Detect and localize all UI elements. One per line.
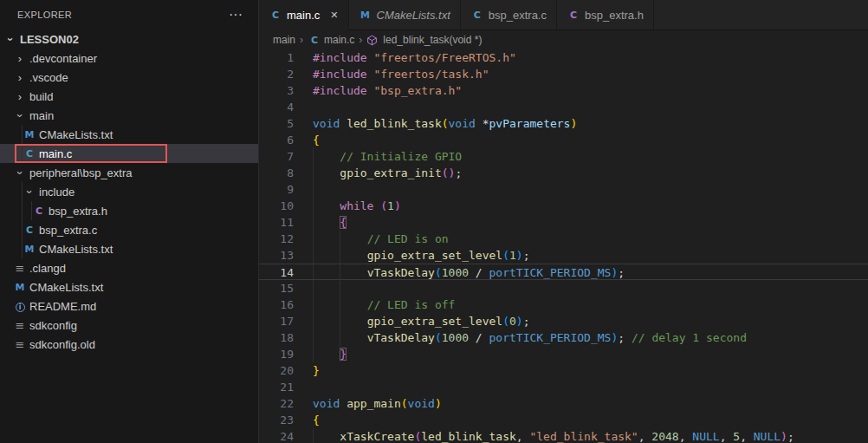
tree-item-label: LESSON02	[20, 33, 79, 46]
line-number[interactable]: 16	[259, 296, 294, 313]
code-line-9[interactable]: 9	[259, 181, 868, 198]
code-line-22[interactable]: 22void app_main(void)	[259, 395, 868, 412]
line-number[interactable]: 10	[259, 198, 294, 214]
line-number[interactable]: 7	[259, 148, 294, 165]
tree-item-bsp-extra-c[interactable]: Cbsp_extra.c	[0, 220, 258, 239]
breadcrumb-item-main-c[interactable]: Cmain.c	[308, 34, 354, 46]
code-editor[interactable]: 1#include "freertos/FreeRTOS.h"2#include…	[259, 49, 868, 443]
code-line-7[interactable]: 7 // Initialize GPIO	[259, 148, 868, 165]
tree-item-cmakelists-txt[interactable]: MCMakeLists.txt	[0, 277, 258, 296]
tree-item-build[interactable]: ›build	[0, 87, 258, 106]
line-number[interactable]: 23	[259, 412, 294, 428]
breadcrumb-item-led-blink-task-void[interactable]: led_blink_task(void *)	[366, 34, 482, 46]
editor-group: Cmain.c✕MCMakeLists.txtCbsp_extra.cCbsp_…	[259, 0, 868, 443]
code-token	[313, 348, 340, 361]
line-content	[313, 181, 868, 198]
line-number[interactable]: 4	[259, 99, 294, 115]
line-number[interactable]: 8	[259, 165, 294, 181]
line-number[interactable]: 9	[259, 181, 294, 198]
code-line-6[interactable]: 6{	[259, 132, 868, 148]
code-line-16[interactable]: 16 // LED is off	[259, 296, 868, 313]
tree-item-cmakelists-txt[interactable]: MCMakeLists.txt	[0, 239, 258, 258]
line-number[interactable]: 18	[259, 329, 294, 346]
tree-item-include[interactable]: ›include	[0, 182, 258, 201]
code-line-10[interactable]: 10 while (1)	[259, 198, 868, 214]
code-line-15[interactable]: 15	[259, 280, 868, 296]
line-number[interactable]: 15	[259, 280, 294, 296]
tab-bsp-extra-c[interactable]: Cbsp_extra.c	[461, 0, 557, 29]
tree-item-main[interactable]: ›main	[0, 106, 258, 125]
code-line-14[interactable]: 14 vTaskDelay(1000 / portTICK_PERIOD_MS)…	[259, 264, 868, 280]
code-line-17[interactable]: 17 gpio_extra_set_level(0);	[259, 313, 868, 329]
code-line-4[interactable]: 4	[259, 99, 868, 115]
line-number[interactable]: 6	[259, 132, 294, 148]
code-token: led_blink_task	[347, 117, 442, 130]
tree-item-vscode[interactable]: ›.vscode	[0, 68, 258, 87]
tab-cmakelists-txt[interactable]: MCMakeLists.txt	[349, 0, 461, 29]
line-number[interactable]: 2	[259, 66, 294, 82]
code-token: ,	[740, 430, 754, 443]
code-line-13[interactable]: 13 gpio_extra_set_level(1);	[259, 247, 868, 264]
close-icon[interactable]: ✕	[330, 10, 338, 21]
line-content: {	[313, 214, 868, 231]
code-line-18[interactable]: 18 vTaskDelay(1000 / portTICK_PERIOD_MS)…	[259, 329, 868, 346]
code-line-21[interactable]: 21	[259, 379, 868, 395]
code-token: )	[781, 430, 787, 443]
code-line-11[interactable]: 11 {	[259, 214, 868, 231]
code-line-1[interactable]: 1#include "freertos/FreeRTOS.h"	[259, 49, 868, 66]
code-token	[313, 150, 340, 163]
line-number[interactable]: 5	[259, 115, 294, 132]
line-number[interactable]: 17	[259, 313, 294, 329]
line-content	[313, 99, 868, 115]
line-number[interactable]: 22	[259, 395, 294, 412]
line-content: }	[313, 346, 868, 362]
code-token: NULL	[754, 430, 781, 443]
tree-item-clangd[interactable]: ≡.clangd	[0, 258, 258, 277]
code-token	[340, 117, 347, 130]
tree-item-sdkconfig[interactable]: ≡sdkconfig	[0, 316, 258, 335]
code-line-19[interactable]: 19 }	[259, 346, 868, 362]
line-number[interactable]: 24	[259, 428, 294, 443]
tree-item-lesson02[interactable]: ›LESSON02	[0, 29, 258, 49]
code-token: #include	[313, 84, 367, 97]
line-number[interactable]: 11	[259, 214, 294, 231]
line-number[interactable]: 20	[259, 362, 294, 379]
line-number[interactable]: 14	[259, 264, 294, 279]
tree-item-main-c[interactable]: Cmain.c	[0, 144, 258, 163]
code-line-3[interactable]: 3#include "bsp_extra.h"	[259, 82, 868, 99]
tree-item-peripheral-bsp-extra[interactable]: ›peripheral\bsp_extra	[0, 163, 258, 182]
tree-item-readme-md[interactable]: iREADME.md	[0, 296, 258, 316]
code-line-23[interactable]: 23{	[259, 412, 868, 428]
code-line-2[interactable]: 2#include "freertos/task.h"	[259, 66, 868, 82]
line-number[interactable]: 19	[259, 346, 294, 362]
code-line-24[interactable]: 24 xTaskCreate(led_blink_task, "led_blin…	[259, 428, 868, 443]
line-number[interactable]: 12	[259, 231, 294, 247]
breadcrumb-label: main	[273, 34, 295, 46]
code-line-20[interactable]: 20}	[259, 362, 868, 379]
line-number[interactable]: 13	[259, 247, 294, 264]
tab-bsp-extra-h[interactable]: Cbsp_extra.h	[557, 0, 654, 29]
line-number[interactable]: 1	[259, 49, 294, 66]
code-token	[313, 232, 367, 245]
code-token: 1	[509, 249, 516, 262]
code-line-12[interactable]: 12 // LED is on	[259, 231, 868, 247]
code-line-5[interactable]: 5void led_blink_task(void *pvParameters)	[259, 115, 868, 132]
code-token: (	[401, 397, 408, 410]
code-token: "led_blink_task"	[529, 430, 638, 443]
code-line-8[interactable]: 8 gpio_extra_init();	[259, 165, 868, 181]
tree-item-cmakelists-txt[interactable]: MCMakeLists.txt	[0, 125, 258, 144]
tree-item-bsp-extra-h[interactable]: Cbsp_extra.h	[0, 201, 258, 220]
code-token: *	[476, 117, 489, 130]
tree-item-sdkconfig-old[interactable]: ≡sdkconfig.old	[0, 335, 258, 354]
breadcrumb: main›Cmain.c›led_blink_task(void *)	[259, 30, 868, 49]
code-token: #include	[313, 68, 367, 81]
breadcrumb-item-main[interactable]: main	[273, 34, 295, 46]
indent-guide	[22, 220, 23, 239]
tree-item-devcontainer[interactable]: ›.devcontainer	[0, 49, 258, 68]
more-actions-icon[interactable]: ···	[229, 10, 243, 19]
c-file-icon: C	[567, 10, 580, 21]
code-token: led_blink_task	[421, 430, 516, 443]
tab-main-c[interactable]: Cmain.c✕	[259, 0, 349, 30]
line-number[interactable]: 21	[259, 379, 294, 395]
line-number[interactable]: 3	[259, 82, 294, 99]
